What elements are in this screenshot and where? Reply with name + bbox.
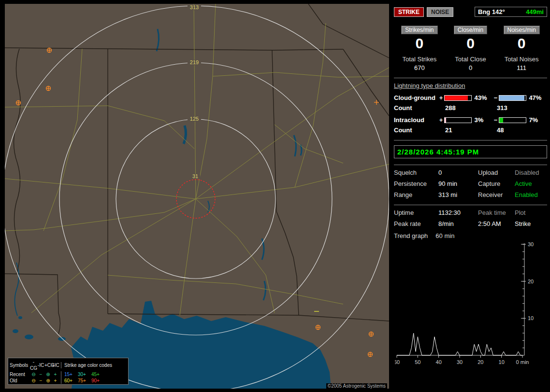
receiver-status: Enabled <box>515 191 547 198</box>
ic-plus-pct: 3% <box>472 116 492 124</box>
legend-old-row: Old ⊖ − ⊕ + 60+ 75+ 90+ <box>10 378 127 384</box>
ring-label-219: 219 <box>190 59 199 65</box>
minus-sign: − <box>492 116 499 124</box>
age-30: 30+ <box>78 371 86 378</box>
legend-old-label: Old <box>10 378 30 384</box>
plus-sign: + <box>438 94 444 101</box>
uptime-label: Uptime <box>394 209 438 216</box>
intracloud-row: Intracloud + 3% − 7% <box>394 116 547 124</box>
svg-text:10: 10 <box>499 359 505 365</box>
noise-button[interactable]: NOISE <box>427 7 453 17</box>
ic-minus-bar <box>499 117 526 123</box>
cg-plus-count: 288 <box>438 104 490 112</box>
cg-minus-pct: 47% <box>526 94 547 101</box>
copyright-text: ©2005 Astrogenic Systems <box>326 383 387 389</box>
distribution-title: Lightning type distribution <box>394 82 547 89</box>
distance-value: 449mi <box>526 8 544 15</box>
cg-plus-bar <box>444 95 472 101</box>
svg-text:30: 30 <box>457 359 463 365</box>
capture-status: Active <box>515 180 547 187</box>
upload-status: Disabled <box>515 169 547 176</box>
peak-time-header: Peak time <box>478 209 515 216</box>
peak-time-value: 2:50 AM <box>478 220 515 227</box>
plus-sign: + <box>438 116 444 124</box>
divider <box>394 165 547 165</box>
svg-text:40: 40 <box>436 359 442 365</box>
ic-minus-count: 48 <box>490 126 542 134</box>
state-borders <box>5 4 389 334</box>
strikes-per-min-chip[interactable]: Strikes/min <box>401 26 437 34</box>
total-strikes-value: 670 <box>394 64 445 71</box>
range-label: Range <box>394 191 438 198</box>
age-45: 45+ <box>91 371 100 378</box>
strikes-per-min-value: 0 <box>394 35 445 52</box>
noise-marker <box>316 325 320 330</box>
legend-col-neg-cg: -CG <box>30 359 37 371</box>
noise-symbol-layer <box>16 48 379 357</box>
ring-label-313: 313 <box>190 4 199 10</box>
trend-graph-label: Trend graph <box>394 232 428 239</box>
circle-minus-icon: ⊖ <box>30 378 37 384</box>
date-time-display: 2/28/2026 4:45:19 PM <box>394 145 547 158</box>
minus-icon: − <box>37 371 44 378</box>
svg-text:20: 20 <box>528 279 534 284</box>
age-15: 15+ <box>64 371 72 378</box>
ring-label-125: 125 <box>190 116 199 122</box>
total-close-value: 0 <box>445 64 496 71</box>
map-canvas: 313 219 125 31 <box>5 4 389 389</box>
circle-plus-icon: ⊕ <box>44 378 52 384</box>
divider <box>394 140 547 140</box>
cloud-ground-count-row: Count 288 313 <box>394 104 547 112</box>
total-close-label: Total Close <box>445 56 496 63</box>
rate-counters: Strikes/min 0 Close/min 0 Noises/min 0 <box>394 26 547 52</box>
noise-marker <box>368 352 373 357</box>
noises-per-min-chip[interactable]: Noises/min <box>504 26 540 34</box>
stats-row-1: Uptime 1132:30 Peak time Plot <box>394 209 547 216</box>
divider <box>394 78 547 78</box>
cg-minus-count: 313 <box>490 104 542 112</box>
count-label: Count <box>394 126 438 134</box>
squelch-value: 0 <box>438 169 478 176</box>
count-label: Count <box>394 104 438 112</box>
ic-plus-count: 21 <box>438 126 490 134</box>
capture-label: Capture <box>478 180 515 187</box>
persistence-label: Persistence <box>394 180 438 187</box>
noises-per-min-value: 0 <box>496 35 547 52</box>
svg-text:30: 30 <box>528 241 534 247</box>
intracloud-label: Intracloud <box>394 116 438 124</box>
trend-graph-header: Trend graph 60 min <box>394 232 547 239</box>
svg-text:60: 60 <box>395 359 400 365</box>
legend-col-pos-cg: +CG <box>44 362 52 368</box>
bearing-value: Bng 142° <box>478 8 505 15</box>
noise-marker <box>47 48 52 53</box>
plus-icon: + <box>52 378 59 384</box>
divider <box>394 205 547 205</box>
peak-rate-value: 8/min <box>438 220 478 227</box>
strike-button[interactable]: STRIKE <box>394 7 424 17</box>
legend-header-row: Symbols -CG -IC +CG +IC Strike age color… <box>10 359 127 371</box>
minus-sign: − <box>492 94 499 101</box>
legend-recent-row: Recent ⊖ − ⊕ + 15+ 30+ 45+ <box>10 371 127 378</box>
cloud-ground-label: Cloud-ground <box>394 94 438 101</box>
ring-label-31: 31 <box>192 173 198 179</box>
cloud-ground-row: Cloud-ground + 43% − 47% <box>394 94 547 101</box>
right-panel: STRIKE NOISE Bng 142° 449mi Strikes/min … <box>394 0 547 392</box>
status-row-range: Range 313 mi Receiver Enabled <box>394 191 547 198</box>
intracloud-count-row: Count 21 48 <box>394 126 547 134</box>
cg-plus-pct: 43% <box>472 94 492 101</box>
plus-icon: + <box>52 371 59 378</box>
age-90: 90+ <box>91 378 100 384</box>
circle-minus-icon: ⊖ <box>30 371 37 378</box>
circle-plus-icon: ⊕ <box>44 371 52 378</box>
ic-minus-pct: 7% <box>526 116 547 124</box>
strike-map[interactable]: 313 219 125 31 Symbols -CG -IC +CG +IC S… <box>5 4 389 389</box>
status-row-squelch: Squelch 0 Upload Disabled <box>394 169 547 176</box>
range-value: 313 mi <box>438 191 478 198</box>
persistence-value: 90 min <box>438 180 478 187</box>
cg-minus-bar <box>499 95 526 101</box>
close-per-min-value: 0 <box>445 35 496 52</box>
totals: Total Strikes 670 Total Close 0 Total No… <box>394 56 547 71</box>
close-per-min-chip[interactable]: Close/min <box>454 26 487 34</box>
total-noises-value: 111 <box>496 64 547 71</box>
rivers-lakes <box>13 29 302 341</box>
